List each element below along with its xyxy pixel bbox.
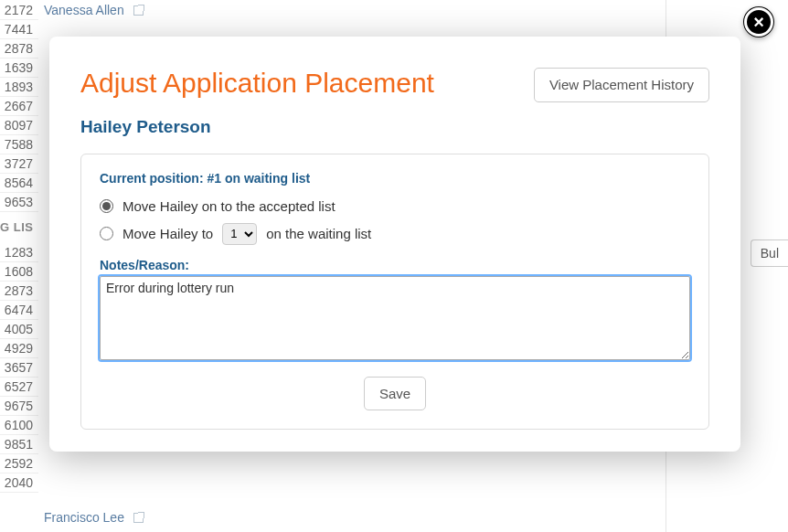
notes-textarea[interactable] [100, 276, 690, 360]
bulk-actions-button[interactable]: Bul [751, 239, 788, 267]
applicant-name-link[interactable]: Francisco Lee [44, 510, 124, 525]
bg-id-cell: 4005 [0, 320, 38, 339]
bg-id-cell: 6100 [0, 416, 38, 435]
bg-id-cell: 1639 [0, 59, 38, 78]
bg-id-cell: 1893 [0, 78, 38, 97]
bg-id-cell: 9675 [0, 397, 38, 416]
bg-id-cell: 6527 [0, 378, 38, 397]
position-select[interactable]: 12345 [222, 223, 257, 245]
close-modal-button[interactable]: × [744, 7, 773, 37]
option-move-radio[interactable] [100, 227, 113, 240]
placement-panel: Current position: #1 on waiting list Mov… [80, 154, 709, 431]
applicant-name: Hailey Peterson [80, 117, 709, 137]
option-move-label-post: on the waiting list [266, 226, 371, 241]
modal-title: Adjust Application Placement [80, 68, 434, 100]
table-row[interactable]: Vanessa Allen [44, 1, 144, 20]
bg-id-cell: 2592 [0, 454, 38, 473]
close-icon: × [753, 13, 764, 31]
external-link-icon[interactable] [133, 513, 144, 523]
bg-id-cell: 8097 [0, 116, 38, 135]
bg-names-bottom: Francisco Lee [44, 508, 144, 527]
bg-id-cell: 7588 [0, 135, 38, 154]
notes-label: Notes/Reason: [100, 258, 690, 272]
bg-id-cell: 9851 [0, 435, 38, 454]
bg-id-cell: 1283 [0, 243, 38, 262]
view-placement-history-button[interactable]: View Placement History [534, 68, 709, 102]
bg-id-cell: 2878 [0, 39, 38, 59]
bg-id-cell: 4929 [0, 339, 38, 358]
external-link-icon[interactable] [133, 5, 144, 16]
table-row[interactable]: Francisco Lee [44, 508, 144, 527]
option-accept-label: Move Hailey on to the accepted list [122, 198, 335, 214]
bg-id-cell: 2172 [0, 1, 38, 20]
waiting-list-section-header: G LIS [0, 212, 38, 243]
bg-names: Vanessa Allen [44, 1, 144, 20]
bg-id-cell: 2040 [0, 473, 38, 493]
bg-id-cell: 8564 [0, 174, 38, 193]
option-accept-radio[interactable] [100, 199, 113, 213]
bg-id-cell: 9653 [0, 193, 38, 212]
bg-id-cell: 3727 [0, 154, 38, 174]
option-move-label-pre: Move Hailey to [122, 226, 213, 241]
save-button[interactable]: Save [364, 377, 426, 411]
bg-id-column: 2172744128781639189326678097758837278564… [0, 0, 38, 493]
option-accept-row[interactable]: Move Hailey on to the accepted list [100, 198, 690, 214]
applicant-name-link[interactable]: Vanessa Allen [44, 3, 124, 17]
bg-id-cell: 7441 [0, 20, 38, 39]
current-position-label: Current position: #1 on waiting list [100, 171, 690, 186]
option-move-row[interactable]: Move Hailey to 12345 on the waiting list [100, 223, 690, 245]
adjust-placement-modal: Adjust Application Placement View Placem… [49, 37, 740, 452]
bg-id-cell: 2873 [0, 282, 38, 301]
bg-id-cell: 6474 [0, 301, 38, 320]
bg-id-cell: 2667 [0, 97, 38, 116]
bg-id-cell: 1608 [0, 262, 38, 282]
bg-id-cell: 3657 [0, 358, 38, 378]
